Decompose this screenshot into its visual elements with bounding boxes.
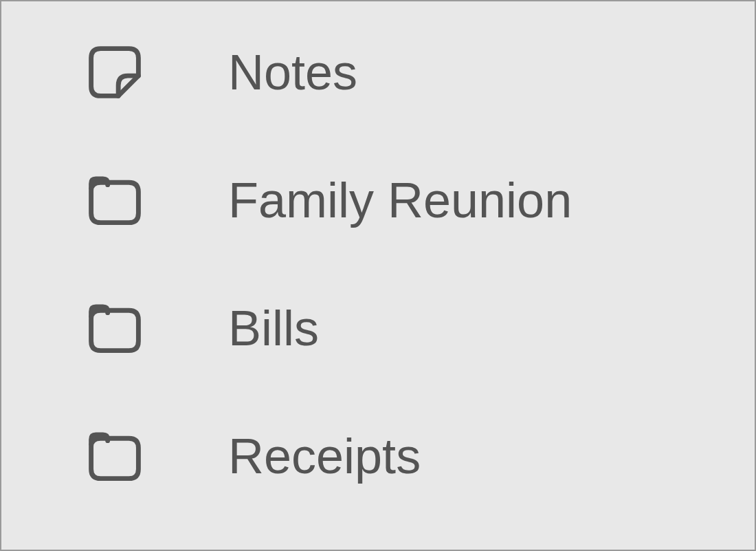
sidebar-list: Notes Family Reunion Bills Receipts [84, 43, 755, 486]
sidebar-item-label: Receipts [228, 431, 421, 481]
sidebar-item-label: Notes [228, 47, 357, 97]
sidebar-item-bills[interactable]: Bills [84, 299, 755, 358]
note-icon [84, 43, 146, 102]
folder-icon [84, 299, 146, 358]
sidebar-item-family-reunion[interactable]: Family Reunion [84, 171, 755, 230]
sidebar-item-receipts[interactable]: Receipts [84, 426, 755, 486]
sidebar-item-label: Family Reunion [228, 175, 572, 225]
folder-icon [84, 171, 146, 230]
folder-icon [84, 426, 146, 486]
sidebar-item-notes[interactable]: Notes [84, 43, 755, 102]
sidebar-item-label: Bills [228, 303, 319, 353]
